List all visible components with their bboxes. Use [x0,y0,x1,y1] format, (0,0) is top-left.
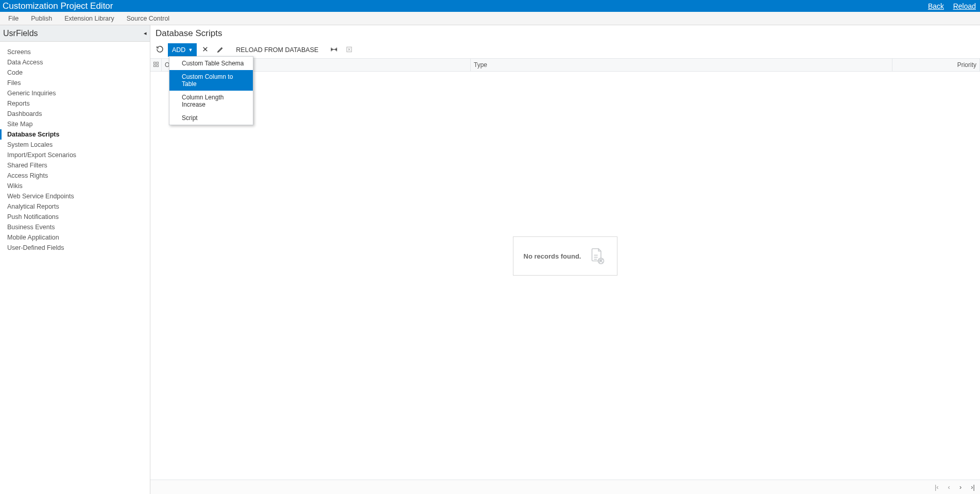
grid-header: Object Name Type Priority [150,58,980,72]
grid-config-icon [153,61,159,69]
sidebar-item-site-map[interactable]: Site Map [0,119,150,129]
sidebar-item-shared-filters[interactable]: Shared Filters [0,160,150,171]
main-area: Database Scripts ADD ▼ RELOAD [150,25,980,494]
pencil-icon [217,46,224,55]
dropdown-script[interactable]: Script [169,111,253,125]
toolbar: ADD ▼ RELOAD FROM DATABASE [150,42,980,58]
sidebar-item-files[interactable]: Files [0,78,150,88]
page-first-button[interactable]: |‹ [935,483,939,491]
add-dropdown: Custom Table Schema Custom Column to Tab… [169,56,253,125]
empty-state: No records found. [513,236,618,276]
dropdown-column-length-increase[interactable]: Column Length Increase [169,91,253,111]
back-link[interactable]: Back [928,2,944,10]
empty-state-label: No records found. [524,252,581,260]
sidebar-item-screens[interactable]: Screens [0,47,150,57]
grid-body: No records found. [150,72,980,480]
sidebar-item-database-scripts[interactable]: Database Scripts [0,129,150,140]
add-button[interactable]: ADD ▼ [168,43,197,57]
menu-publish[interactable]: Publish [25,15,58,22]
grid-column-priority-label: Priority [957,61,976,69]
app-title: Customization Project Editor [3,1,113,11]
menu-file[interactable]: File [2,15,25,22]
sidebar-collapse-icon[interactable]: ◂ [144,30,147,37]
grid-column-type-label: Type [474,61,487,69]
svg-rect-8 [153,62,156,64]
grid-footer: |‹ ‹ › ›| [150,480,980,494]
page-next-button[interactable]: › [959,483,961,491]
sidebar-item-mobile-application[interactable]: Mobile Application [0,232,150,243]
refresh-icon [156,45,164,55]
close-icon [202,46,209,54]
sidebar-item-reports[interactable]: Reports [0,98,150,109]
sidebar-item-data-access[interactable]: Data Access [0,57,150,67]
document-missing-icon [587,246,607,266]
svg-rect-11 [157,65,159,67]
sidebar-item-push-notifications[interactable]: Push Notifications [0,212,150,222]
sidebar-item-web-service-endpoints[interactable]: Web Service Endpoints [0,191,150,201]
page-title: Database Scripts [150,25,980,42]
reload-link[interactable]: Reload [953,2,976,10]
sidebar: UsrFields ◂ Screens Data Access Code Fil… [0,25,150,494]
sidebar-item-generic-inquiries[interactable]: Generic Inquiries [0,88,150,98]
fit-columns-button[interactable] [326,43,341,57]
grid-tools-column[interactable] [150,59,162,71]
sidebar-item-access-rights[interactable]: Access Rights [0,171,150,181]
page-last-button[interactable]: ›| [971,483,975,491]
add-button-label: ADD [172,46,185,54]
sidebar-items: Screens Data Access Code Files Generic I… [0,42,150,253]
menu-bar: File Publish Extension Library Source Co… [0,12,980,25]
menu-extension-library[interactable]: Extension Library [58,15,121,22]
sidebar-item-system-locales[interactable]: System Locales [0,140,150,150]
grid-column-priority[interactable]: Priority [892,59,980,71]
fit-width-icon [330,46,338,55]
svg-rect-10 [153,65,156,67]
reload-from-database-button[interactable]: RELOAD FROM DATABASE [229,43,325,57]
dropdown-custom-column-to-table[interactable]: Custom Column to Table [169,70,253,91]
title-links: Back Reload [921,2,976,10]
menu-source-control[interactable]: Source Control [121,15,176,22]
close-button[interactable] [198,43,212,57]
export-excel-button[interactable] [342,43,356,57]
edit-button[interactable] [213,43,228,57]
caret-down-icon: ▼ [188,47,193,53]
dropdown-custom-table-schema[interactable]: Custom Table Schema [169,57,253,70]
export-excel-icon [346,46,353,55]
project-name: UsrFields [3,29,38,38]
sidebar-item-code[interactable]: Code [0,67,150,78]
sidebar-item-import-export[interactable]: Import/Export Scenarios [0,150,150,160]
sidebar-item-analytical-reports[interactable]: Analytical Reports [0,201,150,212]
sidebar-item-dashboards[interactable]: Dashboards [0,109,150,119]
sidebar-item-user-defined-fields[interactable]: User-Defined Fields [0,243,150,253]
svg-rect-9 [157,62,159,64]
sidebar-item-wikis[interactable]: Wikis [0,181,150,191]
grid-column-type[interactable]: Type [471,59,892,71]
title-bar: Customization Project Editor Back Reload [0,0,980,12]
sidebar-header: UsrFields ◂ [0,25,150,42]
page-prev-button[interactable]: ‹ [948,483,950,491]
sidebar-item-business-events[interactable]: Business Events [0,222,150,232]
refresh-button[interactable] [152,43,167,57]
